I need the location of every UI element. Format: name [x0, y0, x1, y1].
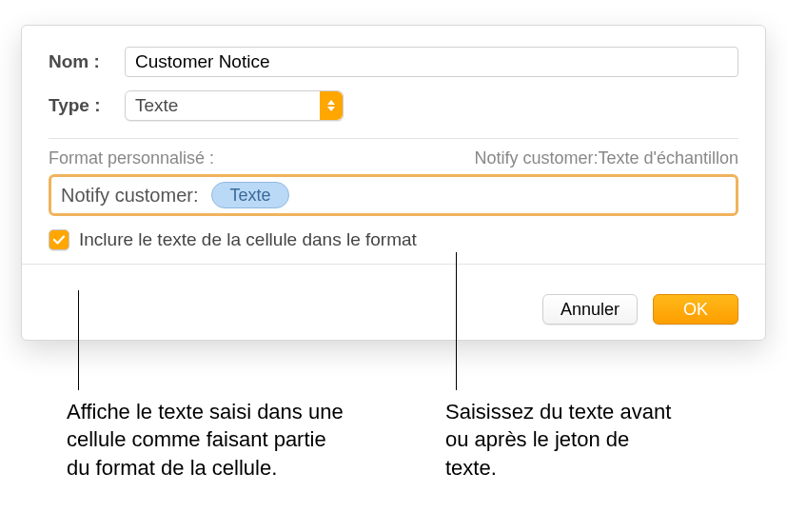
ok-button[interactable]: OK: [653, 294, 738, 325]
type-label: Type :: [49, 95, 125, 116]
custom-format-dialog: Nom : Type : Texte Format personnalisé :…: [21, 25, 766, 341]
name-label: Nom :: [49, 51, 125, 72]
include-text-row: Inclure le texte de la cellule dans le f…: [49, 229, 738, 250]
name-row: Nom :: [49, 47, 738, 77]
format-prefix-text: Notify customer:: [61, 185, 198, 207]
format-editor[interactable]: Notify customer: Texte: [49, 174, 738, 216]
name-input[interactable]: [125, 47, 738, 77]
type-row: Type : Texte: [49, 90, 738, 121]
chevron-up-icon: [327, 100, 335, 105]
callout-line-right: [456, 252, 457, 390]
type-select[interactable]: Texte: [125, 90, 344, 121]
top-section: Nom : Type : Texte: [22, 26, 765, 138]
select-stepper-icon[interactable]: [320, 91, 343, 120]
format-header: Format personnalisé : Notify customer:Te…: [49, 148, 738, 168]
text-token-chip[interactable]: Texte: [211, 182, 288, 208]
button-bar: Annuler OK: [542, 294, 738, 325]
type-select-wrap: Texte: [125, 90, 344, 121]
callout-right: Saisissez du texte avant ou après le jet…: [445, 398, 674, 482]
format-section-label: Format personnalisé :: [49, 148, 214, 168]
format-section: Format personnalisé : Notify customer:Te…: [22, 139, 765, 265]
checkmark-icon: [51, 232, 67, 247]
cancel-button[interactable]: Annuler: [542, 294, 638, 325]
include-text-checkbox[interactable]: [49, 229, 69, 250]
chevron-down-icon: [327, 107, 335, 111]
include-text-label: Inclure le texte de la cellule dans le f…: [79, 229, 417, 250]
callout-left: Affiche le texte saisi dans une cellule …: [67, 398, 352, 482]
format-preview: Notify customer:Texte d'échantillon: [474, 148, 738, 168]
callout-line-left: [78, 290, 79, 390]
